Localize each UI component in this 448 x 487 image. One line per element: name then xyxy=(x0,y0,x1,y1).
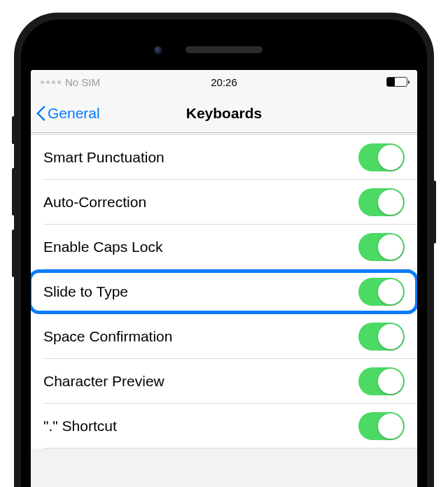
toggle-switch[interactable] xyxy=(358,278,405,306)
back-button[interactable]: General xyxy=(36,105,100,122)
phone-bezel: No SIM 20:26 General Keyboards Smart Pun… xyxy=(21,20,427,487)
settings-row-label: Enable Caps Lock xyxy=(43,239,162,255)
settings-row: Slide to Type xyxy=(31,269,417,314)
toggle-switch[interactable] xyxy=(358,367,405,395)
toggle-knob xyxy=(378,145,403,170)
settings-row: Smart Punctuation xyxy=(31,135,417,180)
battery-fill xyxy=(387,78,395,86)
power-button xyxy=(433,181,436,244)
settings-row-label: Auto-Correction xyxy=(43,194,146,211)
side-button xyxy=(12,116,15,144)
toggle-switch[interactable] xyxy=(358,323,405,351)
settings-row: "." Shortcut xyxy=(31,404,417,449)
settings-list: Smart PunctuationAuto-CorrectionEnable C… xyxy=(31,134,417,449)
earpiece-speaker xyxy=(186,46,262,53)
settings-row: Character Preview xyxy=(31,359,417,404)
toggle-knob xyxy=(378,414,403,439)
settings-row-label: Character Preview xyxy=(43,373,164,390)
settings-row: Space Confirmation xyxy=(31,314,417,359)
settings-row: Enable Caps Lock xyxy=(31,225,417,269)
phone-frame: No SIM 20:26 General Keyboards Smart Pun… xyxy=(14,13,434,487)
toggle-switch[interactable] xyxy=(358,143,405,171)
carrier-label: No SIM xyxy=(65,76,100,88)
back-label: General xyxy=(48,105,100,122)
settings-row-label: Smart Punctuation xyxy=(43,149,164,166)
toggle-switch[interactable] xyxy=(358,188,405,216)
toggle-switch[interactable] xyxy=(358,233,405,261)
status-left: No SIM xyxy=(41,76,100,88)
toggle-knob xyxy=(378,324,403,349)
chevron-left-icon xyxy=(36,105,46,122)
clock: 20:26 xyxy=(211,76,237,88)
battery-icon xyxy=(386,77,407,87)
toggle-knob xyxy=(378,279,403,304)
volume-up-button xyxy=(12,168,15,216)
nav-bar: General Keyboards xyxy=(31,94,417,133)
front-camera xyxy=(154,46,162,55)
settings-row-label: "." Shortcut xyxy=(43,418,117,435)
page-title: Keyboards xyxy=(186,105,262,122)
toggle-knob xyxy=(378,234,403,260)
settings-row: Auto-Correction xyxy=(31,180,417,225)
toggle-knob xyxy=(378,369,403,394)
settings-row-label: Space Confirmation xyxy=(43,328,172,345)
toggle-knob xyxy=(378,190,403,215)
signal-icon xyxy=(41,80,61,84)
screen: No SIM 20:26 General Keyboards Smart Pun… xyxy=(31,70,417,487)
toggle-switch[interactable] xyxy=(358,412,405,440)
status-bar: No SIM 20:26 xyxy=(31,70,417,94)
settings-row-label: Slide to Type xyxy=(43,283,128,300)
volume-down-button xyxy=(12,230,15,277)
